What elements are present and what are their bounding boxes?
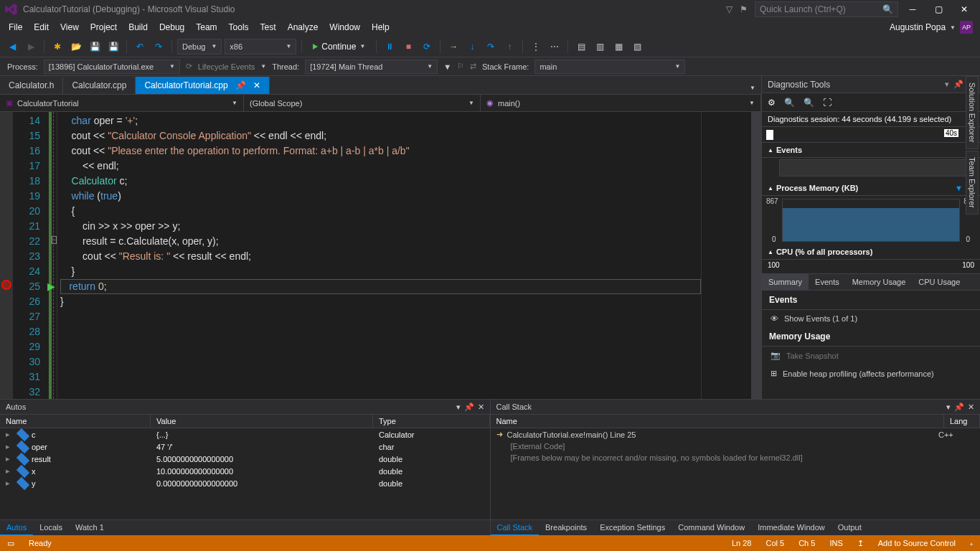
col-lang[interactable]: Lang [944,415,980,428]
menu-test[interactable]: Test [255,20,282,34]
stop-debugging-button[interactable]: ■ [400,39,416,55]
panel-tab-call-stack[interactable]: Call Stack [491,520,540,535]
autos-grid[interactable]: ▸c{...}Calculator▸oper47 '/'char▸result5… [0,428,490,519]
cpu-section-header[interactable]: ▲CPU (% of all processors) [762,245,980,260]
toolbar-button[interactable]: ▦ [611,39,626,55]
maximize-button[interactable]: ▢ [927,0,950,19]
stack-frame-row[interactable]: [External Code] [491,441,981,452]
threads-icon[interactable]: ⇄ [470,62,476,71]
menu-help[interactable]: Help [366,20,395,34]
tab-overflow-button[interactable]: ▼ [744,82,761,94]
close-button[interactable]: ✕ [953,0,976,19]
close-icon[interactable]: ✕ [253,80,260,90]
col-value[interactable]: Value [151,415,373,428]
toolbar-button[interactable]: ▥ [592,39,608,55]
callstack-header[interactable]: Call Stack▾📌✕ [491,400,981,414]
toolbar-button[interactable]: ▧ [629,39,645,55]
window-position-icon[interactable]: ▾ [456,402,461,412]
window-position-icon[interactable]: ▾ [946,402,951,412]
stack-frame-row[interactable]: [Frames below may be incorrect and/or mi… [491,452,981,463]
chevron-up-icon[interactable]: ▴ [970,540,973,547]
show-next-statement-button[interactable]: → [446,39,461,55]
close-icon[interactable]: ✕ [968,402,974,412]
reset-zoom-icon[interactable]: ⛶ [823,98,831,108]
notification-icon[interactable]: ▽ [726,4,732,14]
menu-project[interactable]: Project [85,20,123,34]
col-name[interactable]: Name [491,415,945,428]
menu-edit[interactable]: Edit [28,20,55,34]
gear-icon[interactable]: ⚙ [768,98,776,108]
breakpoint-icon[interactable] [1,280,11,290]
step-out-button[interactable]: ↑ [501,39,517,55]
panel-tab-output[interactable]: Output [831,520,868,535]
variable-row[interactable]: ▸y0.00000000000000000double [0,477,490,489]
save-button[interactable]: 💾 [87,39,103,55]
collapse-toggle[interactable]: − [52,236,57,244]
filter-icon[interactable]: ▼ [443,62,451,71]
break-all-button[interactable]: ⏸ [382,39,397,55]
user-badge[interactable]: Augustin Popa ▼ AP [890,21,977,34]
variable-row[interactable]: ▸result5.0000000000000000double [0,453,490,465]
team-explorer-tab[interactable]: Team Explorer [966,151,979,215]
menu-file[interactable]: File [3,20,28,34]
menu-tools[interactable]: Tools [223,20,255,34]
take-snapshot-link[interactable]: 📷Take Snapshot [762,347,980,364]
pin-icon[interactable]: 📌 [235,80,246,90]
panel-tab-breakpoints[interactable]: Breakpoints [539,520,593,535]
diagnostic-tools-header[interactable]: Diagnostic Tools ▾📌✕ [762,76,980,93]
menu-analyze[interactable]: Analyze [282,20,324,34]
events-timeline[interactable] [779,159,974,176]
variable-row[interactable]: ▸c{...}Calculator [0,428,490,441]
nav-back-button[interactable]: ◀ [4,39,20,55]
events-section-header[interactable]: ▲Events [762,143,980,158]
chevron-down-icon[interactable]: ▼ [955,184,963,192]
variable-row[interactable]: ▸oper47 '/'char [0,441,490,453]
open-file-button[interactable]: 📂 [68,39,84,55]
autos-header[interactable]: Autos▾📌✕ [0,400,490,414]
window-position-icon[interactable]: ▾ [945,80,949,89]
menu-debug[interactable]: Debug [154,20,190,34]
col-name[interactable]: Name [0,415,151,428]
diag-tab-summary[interactable]: Summary [762,274,809,290]
step-over-button[interactable]: ↷ [483,39,499,55]
flag-icon[interactable]: ⚐ [457,62,464,71]
new-project-button[interactable]: ✱ [50,39,65,55]
panel-tab-locals[interactable]: Locals [33,520,69,535]
file-tab[interactable]: Calculator.cpp [63,77,136,94]
col-type[interactable]: Type [373,415,490,428]
callstack-grid[interactable]: ➜CalculatorTutorial.exe!main() Line 25C+… [491,428,981,519]
panel-tab-autos[interactable]: Autos [0,520,33,535]
save-all-button[interactable]: 💾 [105,39,121,55]
file-tab[interactable]: Calculator.h [0,77,63,94]
menu-team[interactable]: Team [190,20,222,34]
nav-scope-dropdown[interactable]: (Global Scope)▼ [244,95,481,111]
toolbar-button[interactable]: ⋮ [528,39,544,55]
status-ins[interactable]: INS [829,539,842,547]
lifecycle-label[interactable]: Lifecycle Events [198,62,255,71]
pin-icon[interactable]: 📌 [954,402,964,412]
timeline-ruler[interactable]: 40s [762,127,980,143]
solution-explorer-tab[interactable]: Solution Explorer [966,76,979,149]
toolbar-button[interactable]: ⋯ [547,39,562,55]
nav-forward-button[interactable]: ▶ [23,39,39,55]
status-line[interactable]: Ln 28 [732,539,752,547]
pin-icon[interactable]: 📌 [464,402,474,412]
feedback-icon[interactable]: ⚑ [740,4,748,14]
menu-view[interactable]: View [55,20,85,34]
diag-tab-cpu-usage[interactable]: CPU Usage [912,274,966,290]
status-ch[interactable]: Ch 5 [798,539,815,547]
panel-tab-exception-settings[interactable]: Exception Settings [593,520,672,535]
solution-config-dropdown[interactable]: Debug▼ [177,39,222,55]
panel-tab-watch-1[interactable]: Watch 1 [69,520,110,535]
continue-button[interactable]: Continue ▼ [307,39,371,55]
minimize-button[interactable]: ─ [901,0,924,19]
stack-frame-row[interactable]: ➜CalculatorTutorial.exe!main() Line 25C+… [491,428,981,441]
panel-tab-immediate-window[interactable]: Immediate Window [751,520,831,535]
stackframe-dropdown[interactable]: main▼ [534,60,685,74]
publish-icon[interactable]: ↥ [857,539,864,548]
quick-launch-input[interactable]: Quick Launch (Ctrl+Q) 🔍 [755,1,898,17]
nav-function-dropdown[interactable]: ◉main()▼ [481,95,761,111]
undo-button[interactable]: ↶ [132,39,148,55]
menu-window[interactable]: Window [324,20,366,34]
diag-tab-memory-usage[interactable]: Memory Usage [846,274,913,290]
